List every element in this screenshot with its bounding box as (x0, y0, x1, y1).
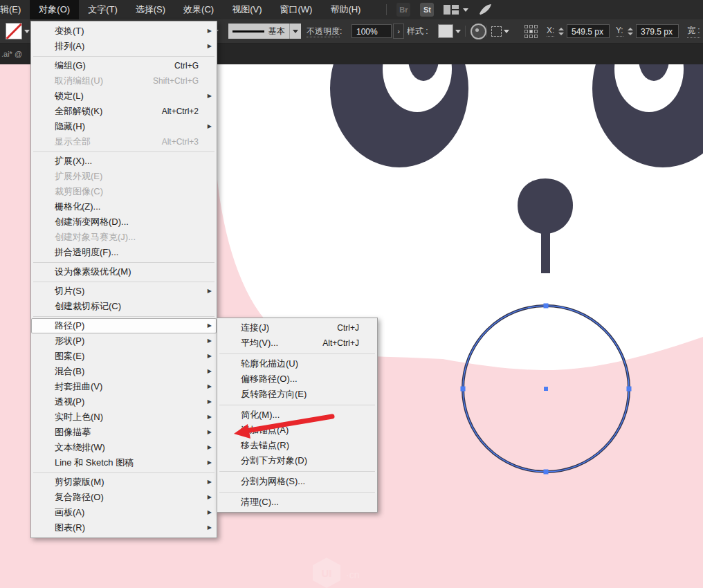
menu-item-shape[interactable]: 形状(P)▶ (31, 333, 217, 349)
menu-bar: 编辑(E)对象(O)文字(T)选择(S)效果(C)视图(V)窗口(W)帮助(H)… (0, 0, 703, 19)
submenu-arrow-icon: ▶ (208, 24, 212, 39)
menu-item-arrange[interactable]: 排列(A)▶ (31, 39, 217, 54)
menubar-item-edit[interactable]: 编辑(E) (0, 0, 30, 19)
menu-item-flatten-transparency[interactable]: 拼合透明度(F)... (31, 245, 217, 260)
width-label[interactable]: 宽 : (687, 25, 700, 38)
document-tab-title[interactable]: .ai* @ (1, 50, 22, 58)
menu-item-clipping-mask[interactable]: 剪切蒙版(M)▶ (31, 475, 217, 490)
menubar-item-object[interactable]: 对象(O) (30, 0, 79, 19)
menu-item-unlock-all[interactable]: 全部解锁(K)Alt+Ctrl+2 (31, 104, 217, 119)
object-menu: 变换(T)▶排列(A)▶编组(G)Ctrl+G取消编组(U)Shift+Ctrl… (30, 21, 217, 538)
menu-item-lock[interactable]: 锁定(L)▶ (31, 89, 217, 104)
brush-stroke-preview-icon (232, 30, 264, 33)
menubar-item-effect[interactable]: 效果(C) (174, 0, 223, 19)
anchor-point-bottom[interactable] (544, 470, 549, 475)
menu-item-outline-stroke[interactable]: 轮廓化描边(U) (217, 356, 377, 371)
menu-item-artboard[interactable]: 画板(A)▶ (31, 505, 217, 520)
x-stepper[interactable] (557, 28, 565, 35)
submenu-arrow-icon: ▶ (208, 455, 212, 470)
menubar-item-window[interactable]: 窗口(W) (271, 0, 321, 19)
menu-item-envelope-distort[interactable]: 封套扭曲(V)▶ (31, 379, 217, 394)
menu-item-live-paint[interactable]: 实时上色(N)▶ (31, 410, 217, 425)
chevron-down-icon (463, 8, 468, 12)
x-coordinate-input[interactable]: 549.5 px (567, 24, 610, 38)
menu-item-simplify[interactable]: 简化(M)... (217, 407, 377, 423)
menu-item-expand[interactable]: 扩展(X)... (31, 154, 217, 169)
transform-chevron-icon (504, 30, 509, 33)
menu-item-group[interactable]: 编组(G)Ctrl+G (31, 58, 217, 73)
menu-item-line-sketch[interactable]: Line 和 Sketch 图稿▶ (31, 455, 217, 470)
menubar-item-help[interactable]: 帮助(H) (321, 0, 369, 19)
menu-item-label: 栅格化(Z)... (55, 199, 100, 214)
menu-item-divide-objects-below[interactable]: 分割下方对象(D) (217, 453, 377, 468)
color-dropdown-chevron-icon[interactable] (24, 30, 30, 33)
menu-item-remove-anchor-points[interactable]: 移去锚点(R) (217, 438, 377, 453)
y-coordinate-input[interactable]: 379.5 px (636, 24, 679, 38)
menu-item-label: 轮廓化描边(U) (241, 356, 298, 371)
menu-item-create-trim-marks[interactable]: 创建裁切标记(C) (31, 299, 217, 314)
transform-panel-trigger[interactable] (491, 19, 509, 43)
recolor-artwork-icon[interactable] (471, 24, 486, 39)
workspace-layout-icon (444, 5, 459, 15)
submenu-arrow-icon: ▶ (208, 520, 212, 535)
brush-preview: 基本 (228, 24, 289, 39)
menu-item-label: 封套扭曲(V) (55, 379, 102, 394)
menu-separator (217, 402, 377, 407)
menu-item-create-gradient-mesh[interactable]: 创建渐变网格(D)... (31, 214, 217, 230)
gpu-rocket-icon[interactable] (478, 3, 492, 16)
menu-item-label: 偏移路径(O)... (241, 371, 298, 387)
menu-item-slice[interactable]: 切片(S)▶ (31, 284, 217, 299)
menu-item-perspective[interactable]: 透视(P)▶ (31, 394, 217, 410)
stock-icon[interactable]: St (420, 3, 434, 17)
menu-item-rasterize[interactable]: 栅格化(Z)... (31, 199, 217, 214)
y-label[interactable]: Y: (616, 26, 623, 37)
opacity-input[interactable]: 100% (352, 24, 392, 38)
menu-item-path[interactable]: 路径(P)▶ (31, 318, 217, 333)
submenu-arrow-icon: ▶ (208, 440, 212, 455)
menu-item-clean-up[interactable]: 清理(C)... (217, 495, 377, 510)
menu-item-graph[interactable]: 图表(R)▶ (31, 520, 217, 535)
menu-bar-items: 编辑(E)对象(O)文字(T)选择(S)效果(C)视图(V)窗口(W)帮助(H) (0, 0, 369, 19)
menu-item-reverse-path-direction[interactable]: 反转路径方向(E) (217, 387, 377, 402)
stroke-color-none-swatch[interactable] (6, 23, 22, 39)
menu-item-image-trace[interactable]: 图像描摹▶ (31, 425, 217, 440)
menu-item-split-into-grid[interactable]: 分割为网格(S)... (217, 474, 377, 489)
style-dropdown-chevron-icon[interactable] (455, 30, 461, 33)
menu-item-blend[interactable]: 混合(B)▶ (31, 364, 217, 379)
brush-dropdown-chevron-icon[interactable] (289, 24, 301, 39)
menu-item-hide[interactable]: 隐藏(H)▶ (31, 119, 217, 134)
nose-stem[interactable] (541, 230, 550, 273)
menubar-item-select[interactable]: 选择(S) (127, 0, 174, 19)
menu-item-join[interactable]: 连接(J)Ctrl+J (217, 320, 377, 336)
menu-item-average[interactable]: 平均(V)...Alt+Ctrl+J (217, 336, 377, 351)
anchor-point-left[interactable] (461, 387, 466, 392)
panda-nose[interactable] (518, 178, 573, 234)
graphic-style-swatch[interactable] (438, 24, 453, 38)
y-stepper[interactable] (626, 28, 634, 35)
brush-definition-dropdown[interactable]: 基本 (228, 19, 301, 43)
menu-item-pattern[interactable]: 图案(E)▶ (31, 349, 217, 364)
reference-point-grid-icon[interactable] (524, 25, 538, 38)
menu-item-label: 切片(S) (55, 284, 84, 299)
anchor-point-top[interactable] (544, 304, 549, 309)
menubar-item-type[interactable]: 文字(T) (79, 0, 127, 19)
submenu-arrow-icon: ▶ (208, 490, 212, 505)
bridge-icon[interactable]: Br (396, 3, 410, 17)
menu-item-transform[interactable]: 变换(T)▶ (31, 24, 217, 39)
anchor-point-right[interactable] (627, 387, 632, 392)
menu-item-compound-path[interactable]: 复合路径(O)▶ (31, 490, 217, 505)
x-label[interactable]: X: (547, 26, 554, 37)
menu-item-label: 形状(P) (55, 333, 84, 349)
opacity-label[interactable]: 不透明度: (307, 26, 342, 37)
menu-item-add-anchor-points[interactable]: 添加锚点(A) (217, 423, 377, 438)
menu-item-label: 取消编组(U) (55, 73, 103, 89)
menu-item-text-wrap[interactable]: 文本绕排(W)▶ (31, 440, 217, 455)
menu-item-offset-path[interactable]: 偏移路径(O)... (217, 371, 377, 387)
menu-item-label: 裁剪图像(C) (55, 184, 103, 199)
menu-item-make-pixel-perfect[interactable]: 设为像素级优化(M) (31, 264, 217, 279)
opacity-options-button[interactable]: › (393, 24, 404, 39)
workspace-switcher[interactable] (444, 5, 468, 15)
center-point[interactable] (544, 387, 548, 391)
menu-item-label: 创建裁切标记(C) (55, 299, 121, 314)
menubar-item-view[interactable]: 视图(V) (223, 0, 271, 19)
